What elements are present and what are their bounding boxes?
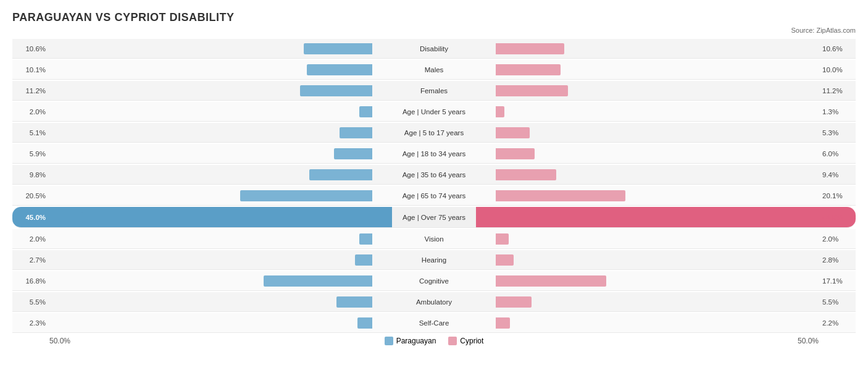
right-value: 10.0% bbox=[819, 66, 856, 74]
right-value: 2.8% bbox=[819, 256, 856, 264]
chart-row: 5.5% Ambulatory 5.5% bbox=[12, 292, 856, 312]
source-line: Source: ZipAtlas.com bbox=[12, 27, 856, 34]
chart-row: 16.8% Cognitive 17.1% bbox=[12, 271, 856, 291]
left-bar bbox=[309, 169, 373, 180]
left-bar bbox=[359, 233, 372, 245]
right-bar-container bbox=[496, 296, 819, 308]
left-bar-container bbox=[49, 190, 372, 201]
chart-footer: 50.0% Paraguayan Cypriot 50.0% bbox=[12, 337, 856, 345]
left-value: 2.0% bbox=[12, 235, 49, 243]
left-bar bbox=[336, 296, 372, 308]
left-bar bbox=[81, 212, 372, 223]
right-bar bbox=[496, 85, 568, 96]
chart-container: PARAGUAYAN VS CYPRIOT DISABILITY Source:… bbox=[0, 0, 868, 356]
row-label: Age | 5 to 17 years bbox=[372, 129, 496, 136]
right-bar-container bbox=[496, 169, 819, 180]
right-value: 2.2% bbox=[819, 319, 856, 327]
chart-row: 20.5% Age | 65 to 74 years 20.1% bbox=[12, 186, 856, 206]
right-bar bbox=[496, 296, 532, 308]
left-value: 2.0% bbox=[12, 108, 49, 116]
left-value: 5.5% bbox=[12, 298, 49, 306]
left-value: 9.8% bbox=[12, 171, 49, 178]
legend-paraguayan: Paraguayan bbox=[385, 337, 436, 345]
left-bar-container bbox=[49, 233, 372, 245]
chart-row: 2.7% Hearing 2.8% bbox=[12, 250, 856, 270]
chart-row: 5.1% Age | 5 to 17 years 5.3% bbox=[12, 123, 856, 143]
right-bar-container bbox=[496, 106, 819, 117]
right-value: 5.3% bbox=[819, 129, 856, 136]
left-bar bbox=[334, 148, 372, 159]
left-bar-container bbox=[49, 212, 372, 223]
right-value: 2.0% bbox=[819, 235, 856, 243]
row-label: Age | Over 75 years bbox=[372, 214, 496, 221]
row-label: Age | Under 5 years bbox=[372, 108, 496, 116]
left-value: 10.6% bbox=[12, 45, 49, 52]
left-bar-container bbox=[49, 254, 372, 266]
row-label: Females bbox=[372, 87, 496, 94]
right-value: 17.1% bbox=[819, 277, 856, 285]
left-bar-container bbox=[49, 127, 372, 138]
chart-legend: Paraguayan Cypriot bbox=[385, 337, 484, 345]
right-bar bbox=[496, 43, 564, 54]
row-label: Disability bbox=[372, 45, 496, 52]
left-bar bbox=[307, 64, 372, 75]
left-bar bbox=[300, 85, 372, 96]
right-value: 5.5% bbox=[819, 298, 856, 306]
left-value: 2.7% bbox=[12, 256, 49, 264]
chart-row: 10.6% Disability 10.6% bbox=[12, 39, 856, 59]
right-bar bbox=[496, 212, 777, 223]
right-bar-container bbox=[496, 212, 819, 223]
right-bar bbox=[496, 233, 509, 245]
row-label: Hearing bbox=[372, 256, 496, 264]
left-value: 20.5% bbox=[12, 192, 49, 200]
right-bar bbox=[496, 64, 561, 75]
chart-row: 11.2% Females 11.2% bbox=[12, 81, 856, 101]
right-value: 43.5% bbox=[819, 214, 856, 221]
right-bar-container bbox=[496, 43, 819, 54]
row-label: Self-Care bbox=[372, 319, 496, 327]
right-bar bbox=[496, 275, 606, 287]
right-value: 11.2% bbox=[819, 87, 856, 94]
row-label: Age | 65 to 74 years bbox=[372, 192, 496, 200]
right-bar bbox=[496, 190, 625, 201]
chart-row: 10.1% Males 10.0% bbox=[12, 60, 856, 80]
right-bar-container bbox=[496, 64, 819, 75]
legend-paraguayan-label: Paraguayan bbox=[396, 337, 436, 345]
row-label: Ambulatory bbox=[372, 298, 496, 306]
right-value: 1.3% bbox=[819, 108, 856, 116]
legend-cypriot-box bbox=[448, 337, 457, 345]
right-value: 9.4% bbox=[819, 171, 856, 178]
left-bar-container bbox=[49, 275, 372, 287]
right-value: 20.1% bbox=[819, 192, 856, 200]
left-value: 5.9% bbox=[12, 150, 49, 158]
footer-left-value: 50.0% bbox=[49, 337, 86, 345]
right-bar-container bbox=[496, 85, 819, 96]
row-label: Vision bbox=[372, 235, 496, 243]
right-bar-container bbox=[496, 317, 819, 329]
right-bar bbox=[496, 169, 556, 180]
right-bar-container bbox=[496, 148, 819, 159]
right-bar bbox=[496, 148, 535, 159]
left-value: 16.8% bbox=[12, 277, 49, 285]
left-bar-container bbox=[49, 85, 372, 96]
chart-row: 2.3% Self-Care 2.2% bbox=[12, 313, 856, 333]
right-bar bbox=[496, 127, 530, 138]
legend-paraguayan-box bbox=[385, 337, 393, 345]
right-bar-container bbox=[496, 254, 819, 266]
chart-row: 2.0% Vision 2.0% bbox=[12, 229, 856, 249]
right-value: 6.0% bbox=[819, 150, 856, 158]
left-value: 5.1% bbox=[12, 129, 49, 136]
right-value: 10.6% bbox=[819, 45, 856, 52]
left-bar bbox=[357, 317, 372, 329]
legend-cypriot-label: Cypriot bbox=[460, 337, 483, 345]
row-label: Cognitive bbox=[372, 277, 496, 285]
row-label: Age | 35 to 64 years bbox=[372, 171, 496, 178]
right-bar-container bbox=[496, 275, 819, 287]
left-bar bbox=[304, 43, 372, 54]
left-bar-container bbox=[49, 43, 372, 54]
right-bar bbox=[496, 106, 504, 117]
chart-row: 2.0% Age | Under 5 years 1.3% bbox=[12, 102, 856, 122]
left-bar-container bbox=[49, 296, 372, 308]
left-bar bbox=[359, 106, 372, 117]
right-bar bbox=[496, 254, 514, 266]
